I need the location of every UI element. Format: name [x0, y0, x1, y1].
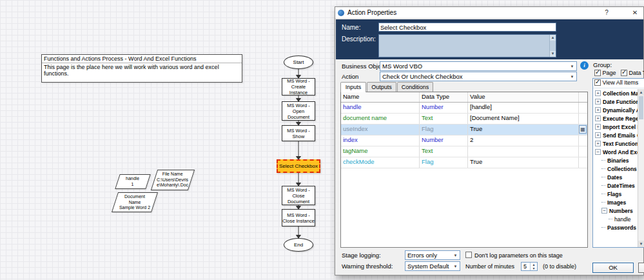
tree-item[interactable]: handle [593, 215, 638, 223]
chevron-down-icon: ▼ [568, 75, 576, 79]
tab-inputs[interactable]: Inputs [340, 82, 366, 92]
spinner-down-icon[interactable]: ▼ [531, 266, 537, 270]
scroll-down-icon[interactable]: ▼ [638, 241, 644, 247]
table-row[interactable]: document name Text [Document Name] [341, 114, 587, 125]
tree-item[interactable]: +Execute Regex Fun [593, 114, 638, 123]
stage-show[interactable]: MS Word - Show [282, 125, 315, 141]
table-row-selected[interactable]: useIndex Flag True ▦ [341, 125, 587, 135]
expand-icon[interactable]: + [595, 107, 601, 113]
tree-item[interactable]: +Dynamically Add F [593, 106, 638, 114]
name-input[interactable] [378, 23, 556, 32]
scroll-up-icon[interactable]: ▲ [638, 89, 644, 95]
expression-edit-button[interactable]: ▦ [579, 125, 587, 134]
page-checkbox-label: Page [603, 70, 616, 76]
group-label: Group: [593, 61, 612, 68]
tab-outputs[interactable]: Outputs [367, 82, 396, 92]
stage-start[interactable]: Start [284, 55, 313, 69]
tree-item[interactable]: −Numbers [593, 206, 638, 215]
data-item-file-name[interactable]: File Name C:\Users\Devris e\Mohanty\.Doc [151, 170, 195, 190]
tab-conditions[interactable]: Conditions [397, 82, 433, 92]
collapse-icon[interactable]: − [595, 149, 601, 155]
description-scrollbar[interactable]: ▲ ▼ [549, 35, 556, 57]
minutes-spinner[interactable]: 5 ▲ ▼ [521, 262, 538, 271]
expand-icon[interactable]: + [595, 124, 601, 130]
table-row[interactable]: handle Number [handle] [341, 103, 587, 114]
tree-item[interactable]: Collections [593, 165, 638, 173]
param-value[interactable]: [Document Name] [468, 114, 579, 124]
close-icon[interactable]: ✕ [629, 8, 641, 17]
description-input[interactable]: ▲ ▼ [378, 34, 556, 57]
tree-item[interactable]: DateTimes [593, 181, 638, 190]
scroll-up-icon[interactable]: ▲ [550, 35, 556, 41]
chevron-down-icon: ▼ [568, 65, 576, 68]
tree-branch-icon [601, 194, 605, 194]
expand-icon[interactable]: + [595, 99, 601, 105]
stage-logging-label: Stage logging: [342, 252, 381, 259]
tree-item[interactable]: −Word And Excel Fu [593, 148, 638, 156]
business-object-dropdown[interactable]: MS Word VBO ▼ [380, 61, 577, 71]
tree-item[interactable]: +Send Emails On W [593, 131, 638, 139]
tree-scrollbar[interactable]: ▲ ▼ [638, 89, 644, 247]
tree-item[interactable]: +Text Functions [593, 139, 638, 148]
tree-item[interactable]: Binaries [593, 156, 638, 165]
scrollbar-thumb[interactable] [639, 96, 643, 119]
stage-close-instance[interactable]: MS Word - Close Instance [282, 209, 315, 226]
stage-create-instance[interactable]: MS Word - Create Instance [282, 78, 315, 95]
dont-log-checkbox[interactable] [465, 252, 472, 258]
data-checkbox-label: Data T [629, 70, 644, 76]
warning-threshold-dropdown[interactable]: System Default ▼ [405, 261, 460, 271]
help-button[interactable]: ? [601, 8, 612, 17]
param-name: document name [341, 114, 420, 124]
page-checkbox[interactable] [594, 70, 601, 76]
cancel-button[interactable]: Cancel [638, 263, 644, 273]
stage-logging-dropdown[interactable]: Errors only ▼ [405, 250, 460, 260]
table-row[interactable]: checkMode Flag True [341, 157, 587, 168]
data-item-document-name[interactable]: Document Name Sample Word 2 [112, 192, 158, 212]
tree-item[interactable]: Images [593, 198, 638, 206]
warning-threshold-label: Warning threshold: [342, 263, 393, 270]
stage-select-checkbox[interactable]: Select Checkbox [277, 159, 320, 173]
expand-icon[interactable]: + [595, 90, 601, 96]
tree-item[interactable]: Flags [593, 190, 638, 198]
param-value[interactable] [468, 146, 579, 157]
tree-item[interactable]: +Collection Manipul [593, 89, 638, 97]
chevron-down-icon: ▼ [451, 254, 460, 257]
info-icon[interactable]: i [580, 61, 589, 70]
scroll-down-icon[interactable]: ▼ [550, 51, 556, 57]
tree-item[interactable]: +Import Excel Data [593, 123, 638, 131]
stage-end[interactable]: End [284, 238, 313, 252]
tree-branch-icon [601, 227, 605, 228]
expand-icon[interactable]: + [595, 132, 601, 138]
action-dropdown[interactable]: Check Or Uncheck Checkbox ▼ [380, 72, 577, 81]
stage-open-document[interactable]: MS Word - Open Document [282, 101, 315, 121]
param-value[interactable]: 2 [468, 135, 579, 146]
expand-icon[interactable]: + [595, 115, 601, 121]
action-properties-dialog: Action Properties ? ✕ Name: Description:… [335, 6, 644, 275]
dialog-icon [338, 10, 344, 16]
data-checkbox[interactable] [621, 70, 627, 76]
name-label: Name: [342, 24, 360, 31]
data-item-handle[interactable]: handle 1 [115, 174, 150, 189]
param-name: handle [341, 103, 420, 113]
expand-icon[interactable]: + [595, 141, 601, 146]
view-all-items-label: View All Items [603, 79, 639, 86]
param-value[interactable]: True [468, 157, 579, 168]
ok-button[interactable]: OK [592, 263, 634, 273]
param-type: Flag [420, 125, 468, 135]
column-header-spacer [579, 92, 587, 102]
tree-item[interactable]: Dates [593, 173, 638, 181]
dialog-titlebar[interactable]: Action Properties ? ✕ [335, 7, 643, 19]
tree-item[interactable]: +Date Functions [593, 97, 638, 106]
tree-item[interactable]: Passwords [593, 223, 638, 232]
collapse-icon[interactable]: − [601, 208, 607, 214]
param-name: tagName [341, 146, 420, 157]
disable-hint: (0 to disable) [543, 263, 576, 270]
param-value[interactable]: True [468, 125, 579, 135]
view-all-items-checkbox[interactable] [594, 79, 601, 86]
table-row[interactable]: index Number 2 [341, 135, 587, 146]
table-row[interactable]: tagName Text [341, 146, 587, 157]
table-header: Name Data Type Value [341, 92, 587, 103]
stage-close-document[interactable]: MS Word - Close Document [282, 186, 315, 205]
param-value[interactable]: [handle] [468, 103, 579, 113]
param-type: Number [420, 103, 468, 113]
